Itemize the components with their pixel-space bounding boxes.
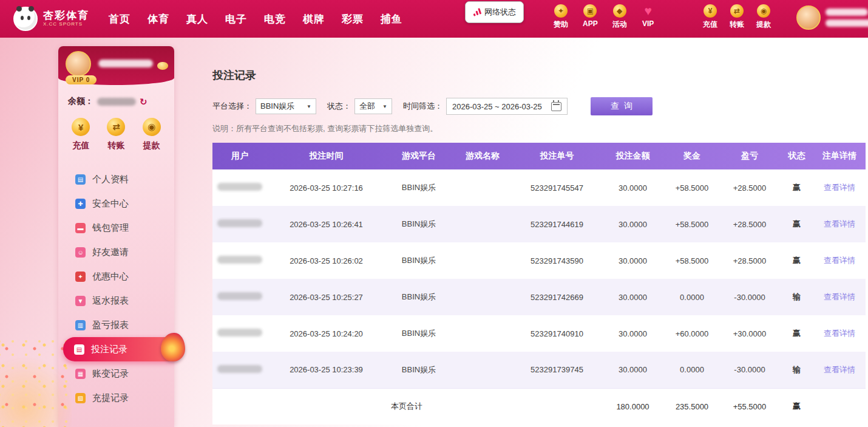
profit: -30.0000 — [719, 279, 780, 315]
sidebar-item-label: 钱包管理 — [92, 222, 129, 234]
nav-item[interactable]: 棋牌 — [303, 12, 325, 26]
quick-action-transfer[interactable]: ⇄转账 — [107, 118, 125, 151]
account-change-icon: ▦ — [75, 369, 86, 379]
game-name — [452, 242, 513, 279]
sidebar-item[interactable]: ▼返水报表 — [58, 289, 174, 313]
sidebar-item[interactable]: ▬钱包管理 — [58, 216, 174, 240]
redacted-username — [217, 292, 262, 300]
bet-amount: 30.0000 — [601, 169, 665, 206]
top-link-vip[interactable]: ♥VIP — [642, 4, 655, 30]
sidebar-item[interactable]: ▥盈亏报表 — [58, 313, 174, 337]
top-link-deposit[interactable]: ¥充值 — [703, 4, 717, 30]
wallet-links: ¥充值⇄转账◉提款 — [703, 4, 771, 30]
deposit-record-icon: ▧ — [75, 393, 86, 403]
top-link-sponsor[interactable]: ✦赞助 — [554, 4, 568, 30]
sidebar-item[interactable]: ▧充提记录 — [58, 386, 174, 410]
view-detail-link[interactable]: 查看详情 — [824, 183, 855, 192]
sidebar-item[interactable]: ✦优惠中心 — [58, 264, 174, 289]
top-link-transfer[interactable]: ⇄转账 — [730, 4, 744, 30]
sidebar-item[interactable]: ▦账变记录 — [58, 361, 174, 386]
profit: +28.5000 — [719, 206, 780, 242]
transfer-icon: ⇄ — [730, 4, 744, 18]
table-row: 2026-03-25 10:23:39BBIN娱乐52329173974530.… — [212, 352, 866, 388]
column-header: 用户 — [212, 143, 267, 169]
sidebar-item[interactable]: ☺好友邀请 — [58, 240, 174, 264]
bet-time: 2026-03-25 10:26:41 — [267, 206, 385, 242]
time-filter-label: 时间筛选： — [403, 101, 442, 112]
network-status-badge[interactable]: 网络状态 — [465, 1, 524, 23]
top-link-app[interactable]: ▣APP — [583, 4, 598, 30]
invite-icon: ☺ — [75, 247, 86, 258]
profile-icon: ▤ — [75, 174, 86, 185]
nav-item[interactable]: 电子 — [225, 12, 247, 26]
topbar-user[interactable] — [796, 5, 868, 30]
filter-bar: 平台选择： BBIN娱乐 ▼ 状态： 全部 ▼ 时间筛选： 2026-03-25… — [212, 97, 866, 115]
sidebar-item[interactable]: ✚安全中心 — [58, 191, 174, 216]
rooster-mascot-decoration — [161, 333, 185, 361]
quick-action-label: 转账 — [107, 140, 124, 151]
sidebar-item-label: 账变记录 — [92, 368, 129, 380]
redacted-username — [217, 365, 262, 373]
status: 赢 — [780, 169, 813, 206]
top-link-withdraw[interactable]: ◉提款 — [756, 4, 771, 30]
status: 输 — [780, 279, 813, 315]
date-range-input[interactable]: 2026-03-25 ~ 2026-03-25 — [446, 98, 568, 115]
nav-item[interactable]: 体育 — [147, 12, 169, 26]
promo-icon: ◆ — [613, 4, 626, 18]
game-platform: BBIN娱乐 — [385, 279, 452, 315]
prize: 0.0000 — [665, 352, 719, 388]
brand[interactable]: 杏彩体育 X.CC SPORTS — [13, 7, 89, 31]
table-row: 2026-03-25 10:26:02BBIN娱乐52329174359030.… — [212, 242, 866, 279]
security-icon: ✚ — [75, 199, 86, 209]
sidebar-item[interactable]: ▤个人资料 — [58, 167, 174, 191]
game-platform: BBIN娱乐 — [385, 242, 452, 279]
platform-select[interactable]: BBIN娱乐 ▼ — [256, 98, 316, 114]
sponsor-icon: ✦ — [554, 4, 568, 18]
deposit-icon: ¥ — [704, 4, 717, 18]
view-detail-link[interactable]: 查看详情 — [824, 329, 855, 338]
redacted-balance — [97, 98, 136, 106]
top-link-label: VIP — [642, 19, 654, 28]
quick-action-withdraw[interactable]: ◉提款 — [143, 118, 161, 151]
view-detail-link[interactable]: 查看详情 — [824, 219, 855, 228]
column-header: 游戏名称 — [452, 143, 513, 169]
view-detail-link[interactable]: 查看详情 — [824, 256, 855, 265]
prize: +58.5000 — [665, 169, 719, 206]
profit: +28.5000 — [719, 242, 780, 279]
redacted-username — [217, 183, 262, 191]
quick-action-deposit[interactable]: ¥充值 — [72, 118, 90, 151]
refresh-icon[interactable]: ↻ — [140, 97, 147, 106]
sidebar-item-label: 盈亏报表 — [92, 319, 129, 331]
status: 赢 — [780, 315, 813, 352]
bet-time: 2026-03-25 10:23:39 — [267, 352, 385, 388]
game-name — [452, 169, 513, 206]
nav-item[interactable]: 彩票 — [342, 12, 364, 26]
avatar[interactable] — [796, 5, 821, 30]
page-total-label: 本页合计 — [212, 388, 601, 425]
view-detail-link[interactable]: 查看详情 — [824, 292, 855, 301]
brand-subtitle: X.CC SPORTS — [43, 22, 89, 27]
promo-center-icon: ✦ — [75, 272, 86, 282]
view-detail-link[interactable]: 查看详情 — [824, 365, 855, 374]
top-navigation: 杏彩体育 X.CC SPORTS 首页体育真人电子电竞棋牌彩票捕鱼 网络状态 ✦… — [0, 0, 868, 38]
top-link-label: 充值 — [703, 19, 717, 30]
bet-order-no: 523291744619 — [513, 206, 601, 242]
nav-item[interactable]: 电竞 — [264, 12, 286, 26]
sidebar-item-label: 好友邀请 — [92, 247, 129, 258]
top-link-promo[interactable]: ◆活动 — [612, 4, 627, 30]
sidebar-item[interactable]: ▤投注记录 — [63, 337, 181, 361]
status-select[interactable]: 全部 ▼ — [354, 98, 392, 114]
status: 赢 — [780, 206, 813, 242]
bet-amount: 30.0000 — [601, 279, 665, 315]
vip-badge: VIP 0 — [66, 75, 97, 84]
panda-logo-icon — [13, 7, 38, 31]
withdraw-icon: ◉ — [757, 4, 770, 18]
bet-records-table: 用户投注时间游戏平台游戏名称投注单号投注金额奖金盈亏状态注单详情 2026-03… — [212, 143, 866, 425]
nav-item[interactable]: 真人 — [186, 12, 208, 26]
nav-item[interactable]: 首页 — [109, 12, 131, 26]
sidebar-quick-actions: ¥充值⇄转账◉提款 — [58, 118, 174, 151]
redacted-balance — [826, 19, 868, 27]
column-header: 游戏平台 — [385, 143, 452, 169]
search-button[interactable]: 查询 — [591, 97, 653, 115]
nav-item[interactable]: 捕鱼 — [381, 12, 402, 26]
